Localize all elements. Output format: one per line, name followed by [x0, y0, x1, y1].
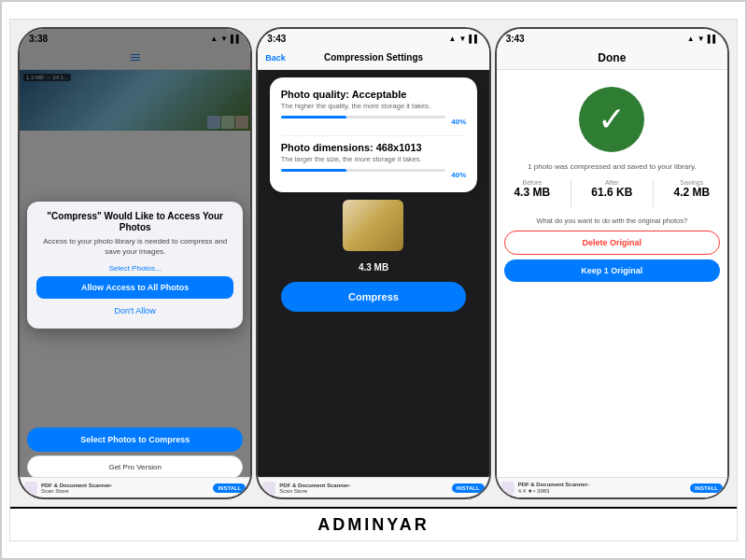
compress-button[interactable]: Compress — [281, 282, 466, 312]
stats-row: Before 4.3 MB After 61.6 KB Savings 4.2 … — [504, 179, 720, 207]
footer-bar: ADMINYAR — [10, 507, 737, 540]
quality-slider-track[interactable] — [281, 116, 446, 119]
phone-3-ad-banner: PDF & Document Scanner- 4.4 ★ • 3983 INS… — [497, 477, 727, 497]
phone-2-nav: Back Compression Settings — [258, 46, 488, 70]
ad-install-button-2[interactable]: INSTALL — [452, 483, 485, 493]
savings-stat: Savings 4.2 MB — [673, 179, 710, 207]
get-pro-version-button[interactable]: Get Pro Version — [27, 455, 243, 479]
phone-3-status-bar: 3:43 ▲ ▼ ▌▌ — [497, 29, 727, 46]
ad-text-2: PDF & Document Scanner- Scan Store — [279, 483, 447, 494]
phone-3-time: 3:43 — [506, 34, 525, 44]
what-do-text: What do you want to do with the original… — [536, 217, 687, 225]
ad-sub-2: Scan Store — [279, 488, 447, 494]
screen1-bottom: Select Photos to Compress Get Pro Versio… — [20, 427, 250, 479]
phone-2-nav-title: Compression Settings — [324, 52, 423, 63]
after-value: 61.6 KB — [591, 186, 632, 199]
after-label: After — [605, 179, 619, 186]
signal-icon: ▲ — [448, 35, 456, 43]
dimensions-slider-row: 40% — [281, 169, 467, 181]
phone-2-status-icons: ▲ ▼ ▌▌ — [448, 35, 479, 43]
quality-percent: 40% — [451, 118, 466, 126]
dimensions-slider-fill — [281, 169, 347, 172]
ad-sub-3: 4.4 ★ • 3983 — [518, 487, 686, 494]
after-stat: After 61.6 KB — [591, 179, 632, 207]
allow-all-photos-button[interactable]: Allow Access to All Photos — [36, 276, 233, 299]
phone-3-status-icons: ▲ ▼ ▌▌ — [687, 35, 718, 43]
ad-sub: Scan Store — [41, 488, 209, 494]
dimensions-slider-track[interactable] — [281, 169, 446, 172]
back-button[interactable]: Back — [265, 53, 286, 63]
battery-icon: ▌▌ — [469, 35, 479, 43]
compression-dialog: Photo quality: Acceptable The higher the… — [270, 77, 478, 192]
phone-3-nav: Done — [497, 46, 727, 70]
permission-dialog-body: Access to your photo library is needed t… — [36, 237, 233, 257]
phone-2-ad-banner: PDF & Document Scanner- Scan Store INSTA… — [258, 477, 488, 497]
quality-slider-fill — [281, 116, 347, 119]
ad-text-3: PDF & Document Scanner- 4.4 ★ • 3983 — [518, 482, 686, 494]
select-photos-link[interactable]: Select Photos... — [36, 264, 233, 273]
outer-wrapper: 3:38 ▲ ▼ ▌▌ 1.3 — [9, 19, 738, 541]
select-photos-compress-button[interactable]: Select Photos to Compress — [27, 427, 243, 452]
ad-app-icon-2 — [262, 482, 275, 495]
stat-divider-1 — [571, 179, 571, 207]
before-stat: Before 4.3 MB — [514, 179, 550, 207]
phone-1-screen: 3:38 ▲ ▼ ▌▌ 1.3 — [20, 29, 250, 497]
ad-install-button-3[interactable]: INSTALL — [690, 483, 723, 493]
savings-label: Savings — [680, 179, 703, 186]
battery-icon-3: ▌▌ — [708, 35, 718, 43]
phone-3-screen: 3:43 ▲ ▼ ▌▌ Done ✓ 1 — [497, 29, 727, 497]
phone-2-screen: 3:43 ▲ ▼ ▌▌ Back Compression Settings — [258, 29, 488, 497]
wifi-icon-3: ▼ — [698, 35, 705, 43]
phone-2: 3:43 ▲ ▼ ▌▌ Back Compression Settings — [256, 27, 490, 499]
delete-original-button[interactable]: Delete Original — [504, 231, 720, 255]
signal-icon-3: ▲ — [687, 35, 695, 43]
quality-title: Photo quality: Acceptable — [281, 89, 467, 100]
stat-divider-2 — [653, 179, 654, 207]
screen2-photo-thumbnail — [343, 200, 403, 251]
phones-row: 3:38 ▲ ▼ ▌▌ 1.3 — [10, 20, 737, 507]
quality-subtitle: The higher the quality, the more storage… — [281, 102, 467, 110]
savings-value: 4.2 MB — [673, 186, 710, 199]
dont-allow-button[interactable]: Don't Allow — [36, 302, 233, 319]
success-text: 1 photo was compressed and saved to your… — [528, 161, 696, 172]
screen3-content: ✓ 1 photo was compressed and saved to yo… — [497, 70, 727, 497]
wifi-icon: ▼ — [458, 35, 466, 43]
before-value: 4.3 MB — [514, 186, 550, 199]
permission-dialog-title: "Compress" Would Like to Access Your Pho… — [36, 211, 233, 233]
phone-1-ad-banner: PDF & Document Scanner- Scan Store INSTA… — [20, 477, 250, 497]
setting-divider — [281, 135, 467, 136]
dimensions-percent: 40% — [451, 171, 466, 179]
phone-2-status-bar: 3:43 ▲ ▼ ▌▌ — [258, 29, 488, 46]
ad-install-button[interactable]: INSTALL — [213, 483, 246, 493]
dimensions-subtitle: The larger the size, the more storage it… — [281, 155, 467, 163]
ad-app-icon-3 — [501, 482, 514, 495]
phone-2-time: 3:43 — [267, 34, 286, 44]
ad-app-icon — [24, 482, 37, 495]
phone-3: 3:43 ▲ ▼ ▌▌ Done ✓ 1 — [495, 27, 729, 499]
before-label: Before — [522, 179, 542, 186]
screen2-content: Photo quality: Acceptable The higher the… — [258, 70, 488, 497]
done-button[interactable]: Done — [598, 51, 626, 64]
success-circle: ✓ — [579, 87, 644, 152]
checkmark-icon: ✓ — [598, 103, 626, 136]
keep-original-button[interactable]: Keep 1 Original — [504, 259, 720, 282]
quality-slider-row: 40% — [281, 116, 467, 128]
photo-size-text: 4.3 MB — [359, 262, 388, 273]
footer-label: ADMINYAR — [317, 515, 429, 535]
ad-text: PDF & Document Scanner- Scan Store — [41, 483, 209, 494]
dimensions-title: Photo dimensions: 468x1013 — [281, 142, 467, 153]
permission-dialog: "Compress" Would Like to Access Your Pho… — [27, 202, 243, 329]
phone-1: 3:38 ▲ ▼ ▌▌ 1.3 — [18, 27, 252, 499]
